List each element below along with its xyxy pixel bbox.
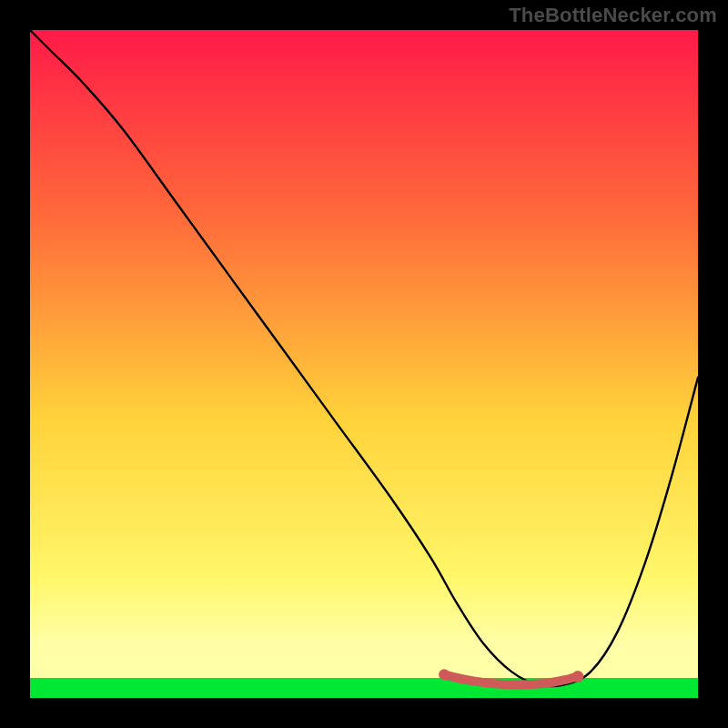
sweet-spot-dot xyxy=(571,671,583,682)
sweet-spot-dot xyxy=(439,669,450,680)
plot-area xyxy=(30,30,698,698)
chart-frame: TheBottleNecker.com xyxy=(0,0,728,728)
gradient-background xyxy=(30,30,698,698)
bottleneck-chart xyxy=(30,30,698,698)
attribution-text: TheBottleNecker.com xyxy=(509,4,717,27)
